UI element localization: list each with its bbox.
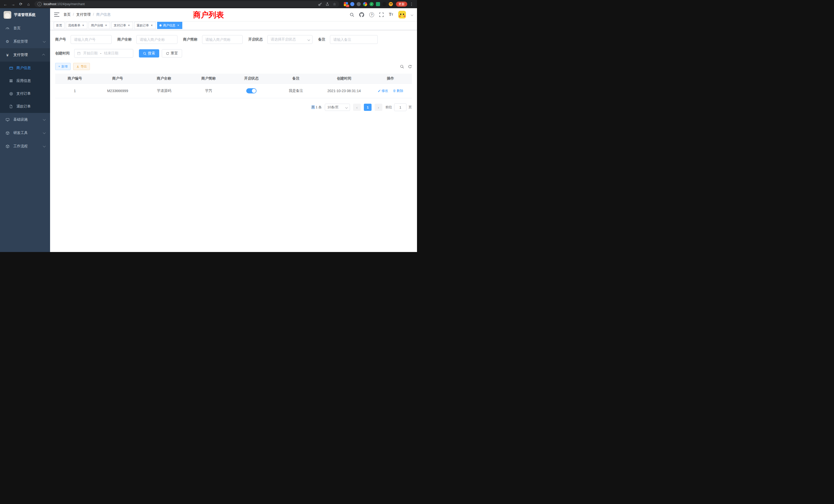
field-label: 商户号	[55, 37, 66, 42]
date-range-picker[interactable]: 开始日期 - 结束日期	[74, 49, 133, 58]
breadcrumb-item[interactable]: 首页	[63, 12, 71, 17]
export-button[interactable]: 导出	[73, 63, 90, 70]
sidebar-item-infrastructure[interactable]: 基础设施	[0, 113, 50, 126]
col-header-merchant-no: 商户号	[94, 74, 141, 84]
site-info-icon[interactable]: i	[38, 2, 42, 6]
font-size-icon[interactable]: TT	[389, 13, 393, 17]
close-icon[interactable]	[150, 24, 154, 27]
search-button[interactable]: 搜索	[139, 49, 159, 58]
status-select[interactable]: 请选择开启状态	[267, 35, 312, 44]
extension-icon[interactable]	[382, 2, 387, 6]
tab-user-group[interactable]: 用户分组	[89, 22, 110, 29]
chevron-down-icon	[345, 106, 348, 109]
extension-icon[interactable]: 10	[344, 2, 348, 6]
close-icon[interactable]	[176, 24, 180, 27]
page-size-select[interactable]: 10条/页	[325, 104, 350, 111]
avatar-caret-icon[interactable]	[411, 13, 413, 16]
sidebar-item-pay-order[interactable]: 支付订单	[0, 87, 50, 100]
goto-page-input[interactable]	[394, 104, 407, 111]
close-icon[interactable]	[104, 24, 108, 27]
chevron-down-icon	[43, 40, 46, 43]
edit-link[interactable]: 修改	[378, 89, 388, 93]
navbar-actions: ? TT	[350, 11, 413, 19]
prev-page-button[interactable]: ‹	[353, 104, 361, 111]
sidebar-item-dev-tools[interactable]: 研发工具	[0, 126, 50, 140]
tab-merchant-info[interactable]: 商户信息	[157, 22, 182, 29]
sidebar: 芋道管理系统 首页 ⚙ 系统管理 ¥ 支付管理	[0, 8, 50, 252]
url-host: localhost	[44, 2, 56, 6]
fullscreen-icon[interactable]	[379, 13, 383, 17]
app-logo[interactable]: 芋道管理系统	[0, 8, 50, 22]
tab-pay-order[interactable]: 支付订单	[111, 22, 133, 29]
remark-input[interactable]	[330, 35, 378, 44]
reset-button[interactable]: 重置	[162, 49, 182, 58]
browser-update-button[interactable]: 更新	[396, 2, 407, 7]
page-number-button[interactable]: 1	[364, 104, 372, 111]
page-content: 商户号 商户全称 商户简称 开启状态 请选择开启状态	[50, 30, 417, 252]
share-icon[interactable]	[326, 2, 329, 6]
filter-status: 开启状态 请选择开启状态	[248, 35, 312, 44]
box-icon	[5, 131, 10, 135]
cell-short-name: 芋艿	[187, 84, 230, 98]
col-header-id: 商户编号	[55, 74, 94, 84]
sidebar-item-payment[interactable]: ¥ 支付管理	[0, 48, 50, 62]
close-icon[interactable]	[81, 24, 85, 27]
user-avatar[interactable]	[398, 11, 406, 19]
close-icon[interactable]	[127, 24, 131, 27]
browser-menu-icon[interactable]: ⋮	[408, 1, 415, 7]
status-toggle[interactable]	[246, 88, 257, 93]
date-separator: -	[100, 51, 102, 55]
chevron-down-icon	[43, 118, 46, 121]
edit-link-label: 修改	[381, 89, 388, 93]
extension-icon[interactable]	[350, 2, 354, 6]
github-icon[interactable]	[359, 12, 364, 17]
password-key-icon[interactable]	[318, 2, 322, 6]
search-toggle-icon[interactable]	[400, 65, 404, 69]
sidebar-item-merchant-info[interactable]: 商户信息	[0, 62, 50, 74]
breadcrumb-item[interactable]: 支付管理	[71, 12, 91, 17]
tab-home[interactable]: 首页	[54, 22, 64, 29]
full-name-input[interactable]	[136, 35, 177, 44]
help-icon[interactable]: ?	[369, 12, 374, 17]
search-icon[interactable]	[350, 13, 354, 17]
tab-refund-order[interactable]: 退款订单	[134, 22, 156, 29]
col-header-status: 开启状态	[230, 74, 273, 84]
refresh-icon[interactable]	[408, 65, 412, 69]
top-navbar: 首页 支付管理 商户信息 ? TT	[50, 8, 417, 21]
sidebar-item-home[interactable]: 首页	[0, 22, 50, 35]
sidebar-item-workflow[interactable]: 工作流程	[0, 140, 50, 153]
tags-view-bar: 首页 流程表单 用户分组 支付订单 退款订单	[50, 21, 417, 30]
next-page-button[interactable]: ›	[375, 104, 382, 111]
address-bar[interactable]: i localhost:1024/pay/merchant ☆	[35, 1, 339, 7]
bookmark-star-icon[interactable]: ☆	[333, 2, 336, 6]
add-button[interactable]: + 新增	[55, 63, 71, 70]
extension-icon[interactable]	[363, 2, 367, 6]
forward-icon[interactable]: →	[10, 1, 17, 7]
target-icon	[9, 92, 13, 96]
back-icon[interactable]: ←	[2, 1, 9, 7]
url-path: :1024/pay/merchant	[56, 2, 85, 6]
extension-icon[interactable]	[376, 2, 380, 6]
profile-avatar-icon[interactable]	[389, 2, 393, 6]
export-button-label: 导出	[81, 64, 87, 69]
short-name-input[interactable]	[202, 35, 243, 44]
cell-id: 1	[55, 84, 94, 98]
sidebar-item-label: 研发工具	[13, 131, 28, 135]
sidebar-item-label: 基础设施	[13, 117, 28, 122]
tab-label: 支付订单	[114, 23, 126, 28]
delete-link[interactable]: 删除	[393, 89, 403, 93]
merchant-no-input[interactable]	[71, 35, 112, 44]
sidebar-item-label: 工作流程	[13, 144, 28, 148]
app-title: 芋道管理系统	[14, 13, 36, 17]
hamburger-icon[interactable]	[54, 12, 59, 17]
sidebar-item-system[interactable]: ⚙ 系统管理	[0, 35, 50, 48]
extension-icon[interactable]	[357, 2, 361, 6]
sidebar-item-refund-order[interactable]: 退款订单	[0, 100, 50, 113]
sidebar-item-app-info[interactable]: 应用信息	[0, 74, 50, 87]
extension-icon[interactable]	[370, 2, 374, 6]
tab-label: 首页	[56, 23, 62, 28]
home-icon[interactable]: ⌂	[25, 1, 32, 7]
tab-process-form[interactable]: 流程表单	[66, 22, 87, 29]
reload-icon[interactable]: ⟳	[18, 1, 24, 7]
cell-status	[230, 84, 273, 98]
